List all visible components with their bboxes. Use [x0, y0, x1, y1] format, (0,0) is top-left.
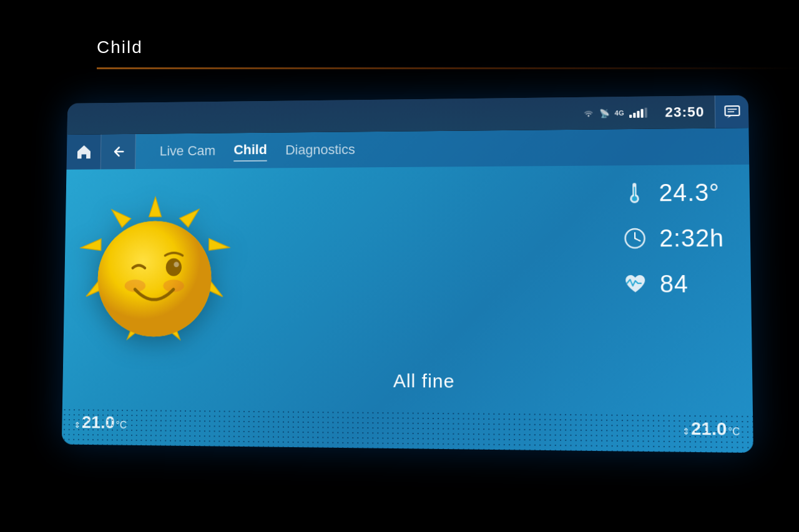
tab-live-cam[interactable]: Live Cam: [160, 140, 216, 162]
status-message: All fine: [393, 370, 455, 392]
temperature-stat: 24.3°: [620, 178, 724, 206]
duration-value: 2:32h: [659, 225, 724, 252]
svg-line-26: [635, 238, 640, 241]
thermometer-icon: [620, 179, 649, 207]
wifi-icon: [583, 108, 594, 118]
svg-rect-0: [725, 105, 739, 115]
4g-icon: 4G: [615, 109, 624, 117]
clock-icon: [620, 224, 649, 252]
svg-point-15: [97, 221, 212, 337]
sun-container: [62, 168, 252, 390]
heart-rate-icon: [621, 269, 650, 297]
sun-character: [66, 190, 243, 369]
signal-bars: [629, 107, 647, 117]
status-bar: 📡 4G 23:50: [67, 95, 748, 134]
home-icon: [76, 143, 91, 159]
home-button[interactable]: [66, 134, 101, 170]
back-icon: [111, 144, 125, 158]
duration-stat: 2:32h: [620, 224, 724, 252]
message-icon: [724, 105, 740, 117]
tab-child[interactable]: Child: [233, 139, 267, 162]
message-button[interactable]: [715, 95, 749, 128]
screen-wrapper: 📡 4G 23:50: [62, 95, 753, 452]
time-display: 23:50: [655, 104, 715, 120]
svg-marker-5: [149, 197, 162, 216]
dot-pattern: [62, 407, 753, 453]
nav-tabs: Live Cam Child Diagnostics: [135, 138, 355, 162]
main-area: Live Cam Child Diagnostics: [62, 128, 753, 453]
heart-rate-stat: 84: [621, 269, 725, 297]
ambient-label: Child: [97, 37, 143, 57]
svg-marker-13: [112, 210, 131, 227]
gps-icon: 📡: [599, 108, 609, 117]
svg-marker-6: [180, 209, 199, 227]
svg-rect-22: [634, 186, 635, 196]
back-button[interactable]: [101, 133, 136, 169]
stats-area: 24.3° 2:32h: [620, 178, 725, 298]
ambient-line: [97, 67, 799, 69]
svg-marker-7: [209, 238, 230, 250]
temperature-value: 24.3°: [659, 178, 720, 206]
tab-diagnostics[interactable]: Diagnostics: [285, 139, 355, 160]
svg-marker-12: [81, 239, 101, 250]
svg-marker-4: [77, 145, 90, 158]
heart-rate-value: 84: [660, 270, 689, 297]
nav-bar: Live Cam Child Diagnostics: [66, 128, 749, 170]
